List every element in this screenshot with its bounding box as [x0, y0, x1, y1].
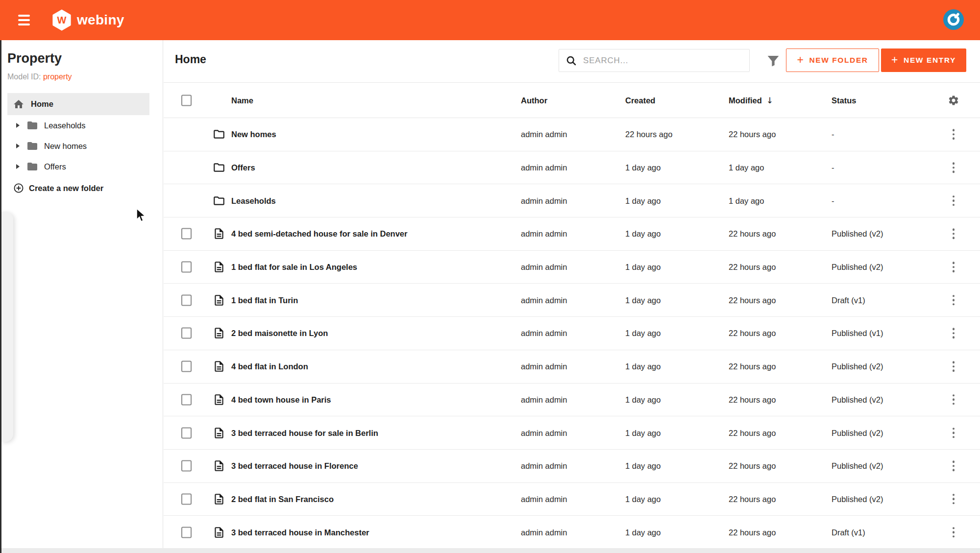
kebab-menu-icon[interactable]	[947, 293, 960, 308]
page-bottom-strip	[0, 548, 980, 553]
select-all-checkbox[interactable]	[181, 95, 192, 106]
row-name[interactable]: 4 bed town house in Paris	[231, 395, 331, 404]
page-title: Home	[175, 53, 206, 66]
kebab-menu-icon[interactable]	[947, 458, 960, 473]
column-header-status[interactable]: Status	[832, 96, 856, 105]
sidebar-folder-item[interactable]: New homes	[0, 136, 163, 156]
column-header-modified[interactable]: Modified↓	[729, 96, 773, 105]
row-checkbox[interactable]	[181, 328, 192, 339]
column-header-created[interactable]: Created	[625, 96, 655, 105]
row-type-icon	[213, 194, 225, 207]
search-input[interactable]	[583, 56, 745, 66]
create-folder-label: Create a new folder	[29, 184, 103, 193]
row-checkbox[interactable]	[181, 294, 192, 306]
table-header: Name Author Created Modified↓ Status	[164, 82, 980, 118]
table-settings[interactable]	[947, 95, 960, 106]
kebab-menu-icon[interactable]	[947, 525, 960, 540]
row-name[interactable]: 4 bed flat in London	[231, 362, 308, 371]
table-row[interactable]: 3 bed terraced house in Manchester admin…	[164, 516, 980, 549]
row-name[interactable]: New homes	[231, 130, 276, 139]
row-checkbox[interactable]	[181, 493, 192, 505]
table-row[interactable]: 3 bed terraced house for sale in Berlin …	[164, 416, 980, 450]
row-checkbox[interactable]	[181, 228, 192, 240]
column-header-author[interactable]: Author	[521, 96, 547, 105]
user-avatar-icon[interactable]	[943, 9, 964, 30]
row-modified: 22 hours ago	[729, 395, 776, 404]
table-row[interactable]: Offers admin admin 1 day ago 1 day ago -	[164, 151, 980, 185]
sidebar-folder-item[interactable]: Leaseholds	[0, 115, 163, 136]
row-name[interactable]: 1 bed flat in Turin	[231, 295, 298, 305]
kebab-menu-icon[interactable]	[947, 193, 960, 208]
drawer-peek	[1, 212, 13, 442]
caret-right-icon[interactable]	[16, 164, 20, 169]
column-header-name[interactable]: Name	[231, 96, 253, 105]
row-name[interactable]: 4 bed semi-detached house for sale in De…	[231, 229, 407, 239]
kebab-menu-icon[interactable]	[947, 160, 960, 175]
row-status: -	[832, 130, 834, 139]
kebab-menu-icon[interactable]	[947, 260, 960, 274]
row-status: Draft (v1)	[832, 528, 865, 537]
caret-right-icon[interactable]	[16, 123, 20, 128]
folder-icon	[26, 120, 38, 131]
kebab-menu-icon[interactable]	[947, 392, 960, 407]
table-row[interactable]: New homes admin admin 22 hours ago 22 ho…	[164, 118, 980, 151]
row-created: 1 day ago	[625, 295, 661, 305]
row-status: Published (v2)	[832, 395, 883, 404]
row-created: 1 day ago	[625, 528, 661, 537]
kebab-menu-icon[interactable]	[947, 359, 960, 374]
row-status: Published (v2)	[832, 263, 883, 272]
new-entry-button[interactable]: + NEW ENTRY	[881, 48, 966, 72]
filter-icon[interactable]	[765, 52, 781, 69]
row-checkbox[interactable]	[181, 527, 192, 538]
folder-icon	[213, 194, 225, 207]
row-checkbox[interactable]	[181, 262, 192, 273]
row-name[interactable]: 2 bed maisonette in Lyon	[231, 329, 328, 338]
sidebar-item-home[interactable]: Home	[7, 93, 149, 115]
kebab-menu-icon[interactable]	[947, 426, 960, 440]
table-row[interactable]: 4 bed town house in Paris admin admin 1 …	[164, 384, 980, 417]
row-checkbox[interactable]	[181, 361, 192, 372]
row-checkbox[interactable]	[181, 427, 192, 438]
table-row[interactable]: Leaseholds admin admin 1 day ago 1 day a…	[164, 184, 980, 217]
row-modified: 22 hours ago	[729, 229, 776, 239]
kebab-menu-icon[interactable]	[947, 492, 960, 506]
row-type-icon	[213, 526, 225, 539]
row-type-icon	[213, 493, 225, 505]
row-checkbox[interactable]	[181, 394, 192, 405]
sidebar-folder-item[interactable]: Offers	[0, 156, 163, 177]
row-name[interactable]: 3 bed terraced house in Florence	[231, 461, 358, 471]
row-status: Published (v2)	[832, 362, 883, 371]
table-row[interactable]: 2 bed maisonette in Lyon admin admin 1 d…	[164, 317, 980, 350]
document-icon	[213, 327, 225, 339]
model-id-label: Model ID:	[7, 72, 41, 81]
create-folder-button[interactable]: Create a new folder	[13, 182, 103, 194]
table-row[interactable]: 3 bed terraced house in Florence admin a…	[164, 450, 980, 483]
model-id-value: property	[43, 72, 72, 81]
row-type-icon	[213, 294, 225, 307]
row-author: admin admin	[521, 196, 567, 205]
row-name[interactable]: 1 bed flat for sale in Los Angeles	[231, 263, 357, 272]
new-folder-button[interactable]: + NEW FOLDER	[786, 48, 879, 72]
row-checkbox[interactable]	[181, 460, 192, 472]
row-name[interactable]: 3 bed terraced house in Manchester	[231, 528, 369, 537]
table-row[interactable]: 1 bed flat for sale in Los Angeles admin…	[164, 251, 980, 284]
row-name[interactable]: Leaseholds	[231, 196, 276, 205]
row-type-icon	[213, 459, 225, 472]
row-status: Published (v2)	[832, 428, 883, 437]
row-name[interactable]: 2 bed flat in San Francisco	[231, 494, 334, 504]
folder-icon	[26, 161, 38, 172]
table-row[interactable]: 1 bed flat in Turin admin admin 1 day ag…	[164, 284, 980, 317]
sidebar-folder-label: Leaseholds	[44, 121, 85, 130]
table-row[interactable]: 4 bed flat in London admin admin 1 day a…	[164, 350, 980, 384]
table-row[interactable]: 4 bed semi-detached house for sale in De…	[164, 217, 980, 251]
menu-icon[interactable]	[18, 15, 30, 25]
table-row[interactable]: 2 bed flat in San Francisco admin admin …	[164, 483, 980, 516]
kebab-menu-icon[interactable]	[947, 326, 960, 341]
webiny-headless-cms-screen: { "appbar": { "brand": "webiny", "logo_l…	[0, 0, 980, 553]
row-name[interactable]: Offers	[231, 163, 255, 172]
document-icon	[213, 526, 225, 539]
kebab-menu-icon[interactable]	[947, 227, 960, 241]
caret-right-icon[interactable]	[16, 144, 20, 148]
row-name[interactable]: 3 bed terraced house for sale in Berlin	[231, 428, 378, 437]
kebab-menu-icon[interactable]	[947, 127, 960, 142]
